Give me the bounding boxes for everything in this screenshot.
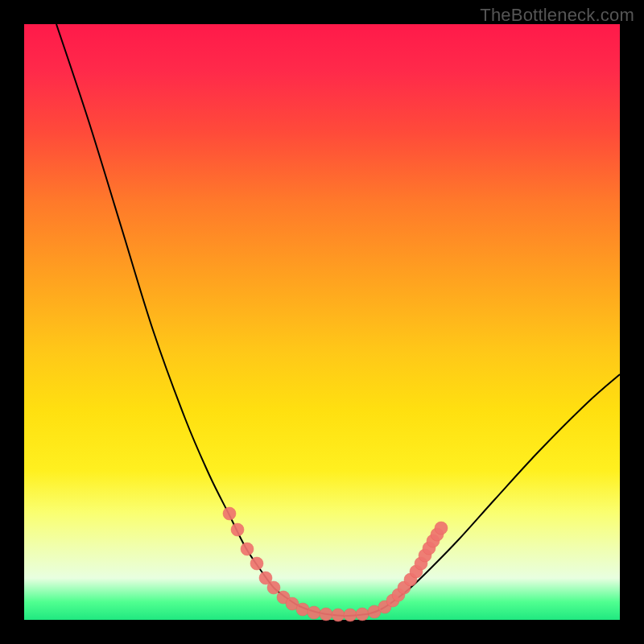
marker-dot	[231, 523, 244, 536]
marker-dot	[296, 603, 309, 616]
marker-dot	[435, 522, 448, 535]
marker-dot	[308, 606, 320, 619]
bottleneck-curve	[56, 24, 620, 616]
marker-dot	[267, 581, 280, 594]
marker-dot	[250, 557, 263, 570]
marker-dot	[356, 608, 369, 621]
marker-dot	[344, 609, 357, 621]
marker-dot	[241, 543, 254, 555]
plot-area	[24, 24, 620, 620]
curve-svg	[24, 24, 620, 620]
chart-frame: TheBottleneck.com	[0, 0, 644, 644]
watermark-text: TheBottleneck.com	[480, 5, 634, 26]
marker-dot	[320, 608, 332, 621]
marker-dot	[223, 507, 236, 520]
marker-group	[223, 507, 448, 621]
marker-dot	[332, 609, 345, 621]
